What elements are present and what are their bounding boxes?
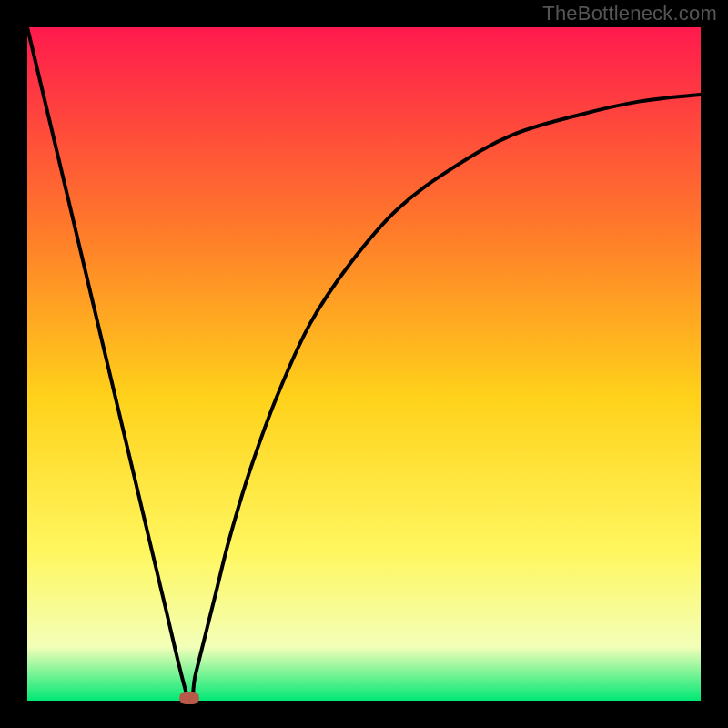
bottleneck-chart <box>27 27 701 701</box>
plot-area <box>27 27 701 701</box>
watermark-label: TheBottleneck.com <box>542 2 717 25</box>
chart-frame: TheBottleneck.com <box>0 0 728 728</box>
gradient-background <box>27 27 701 701</box>
optimal-point-marker <box>179 692 199 704</box>
